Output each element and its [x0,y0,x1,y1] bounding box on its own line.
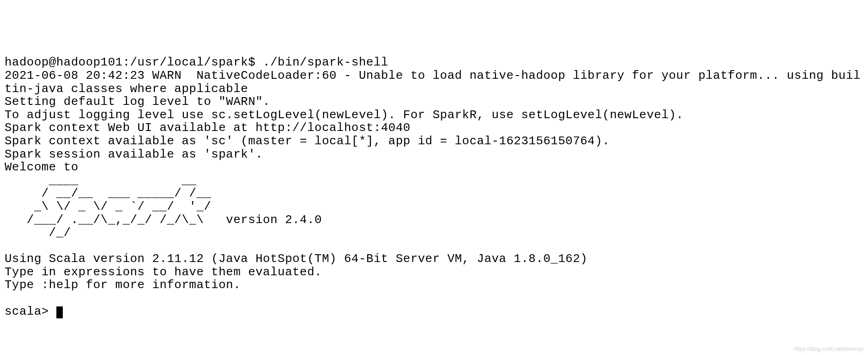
terminal-output[interactable]: hadoop@hadoop101:/usr/local/spark$ ./bin… [5,56,863,318]
spark-session-line: Spark session available as 'spark'. [5,147,263,161]
log-level-line: Setting default log level to "WARN". [5,95,270,109]
adjust-log-line: To adjust logging level use sc.setLogLev… [5,108,683,122]
warn-log-line: 2021-06-08 20:42:23 WARN NativeCodeLoade… [5,69,861,96]
spark-ascii-logo: ____ __ / __/__ ___ _____/ /__ _\ \/ _ \… [5,174,322,240]
terminal-cursor[interactable] [56,306,63,318]
help-line: Type :help for more information. [5,278,241,292]
web-ui-line: Spark context Web UI available at http:/… [5,121,411,135]
welcome-line: Welcome to [5,160,78,174]
spark-context-line: Spark context available as 'sc' (master … [5,134,610,148]
watermark-text: https://blog.csdn.net/loveruyi [794,346,863,352]
type-expressions-line: Type in expressions to have them evaluat… [5,265,322,279]
scala-version-line: Using Scala version 2.11.12 (Java HotSpo… [5,252,588,266]
shell-prompt-line: hadoop@hadoop101:/usr/local/spark$ ./bin… [5,55,388,69]
scala-prompt: scala> [5,305,56,318]
